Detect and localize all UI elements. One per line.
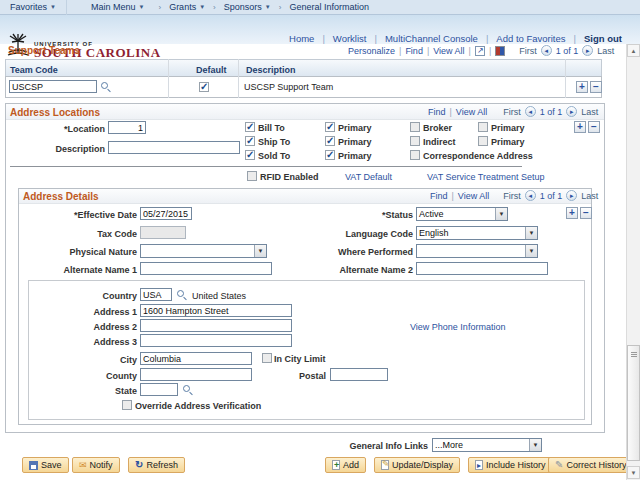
- add-address-row-button[interactable]: +: [566, 207, 578, 219]
- first-label[interactable]: First: [503, 191, 521, 201]
- first-label[interactable]: First: [519, 46, 537, 56]
- include-history-button[interactable]: Include History: [468, 457, 553, 473]
- state-lookup-icon[interactable]: [183, 385, 190, 392]
- next-row-icon[interactable]: [582, 45, 593, 56]
- home-link[interactable]: Home: [289, 33, 314, 44]
- vat-service-treatment-setup-link[interactable]: VAT Service Treatment Setup: [427, 172, 545, 182]
- delete-address-row-button[interactable]: −: [580, 207, 592, 219]
- ship-to-checkbox[interactable]: [245, 136, 255, 146]
- col-team-code: Team Code: [10, 65, 58, 75]
- previous-row-icon[interactable]: [525, 106, 536, 117]
- chevron-down-icon: ▼: [199, 4, 205, 10]
- alternate-name1-input[interactable]: [140, 262, 272, 275]
- address1-label: Address 1: [60, 307, 137, 317]
- last-label[interactable]: Last: [581, 191, 598, 201]
- worklist-link[interactable]: Worklist: [333, 33, 367, 44]
- language-code-select[interactable]: English: [416, 226, 538, 240]
- team-code-lookup-icon[interactable]: [101, 82, 108, 89]
- add-button[interactable]: Add: [325, 457, 366, 473]
- status-select[interactable]: Active: [416, 207, 508, 221]
- postal-input[interactable]: [330, 368, 388, 381]
- address3-label: Address 3: [60, 337, 137, 347]
- country-input[interactable]: [140, 288, 172, 301]
- find-link[interactable]: Find: [428, 107, 446, 117]
- correspondence-address-checkbox[interactable]: [410, 150, 420, 160]
- dropdown-arrow-icon: [529, 439, 541, 451]
- sign-out-link[interactable]: Sign out: [584, 33, 622, 44]
- indirect-primary-checkbox[interactable]: [478, 136, 488, 146]
- first-label[interactable]: First: [503, 107, 521, 117]
- find-link[interactable]: Find: [405, 46, 423, 56]
- broker-checkbox[interactable]: [410, 122, 420, 132]
- where-performed-select[interactable]: [416, 244, 538, 258]
- city-input[interactable]: [140, 352, 252, 365]
- correct-history-button[interactable]: ✎ Correct History: [548, 457, 633, 473]
- notify-button[interactable]: ✉ Notify: [72, 457, 120, 473]
- sold-to-checkbox[interactable]: [245, 150, 255, 160]
- scroll-up-icon[interactable]: ▲: [627, 44, 640, 57]
- general-info-links-select[interactable]: ...More: [432, 438, 542, 452]
- bill-primary-checkbox[interactable]: [325, 122, 335, 132]
- breadcrumb-sponsors[interactable]: Sponsors ▼: [220, 0, 275, 15]
- add-to-favorites-link[interactable]: Add to Favorites: [496, 33, 565, 44]
- rfid-enabled-checkbox[interactable]: [247, 171, 257, 181]
- view-all-link[interactable]: View All: [456, 107, 487, 117]
- scrollbar-thumb[interactable]: [627, 345, 640, 461]
- physical-nature-select[interactable]: [140, 244, 267, 258]
- section-divider: [10, 166, 522, 167]
- previous-row-icon[interactable]: [541, 45, 552, 56]
- breadcrumb-grants[interactable]: Grants ▼: [165, 0, 209, 15]
- support-teams-gridbar: Personalize | Find | View All | | First …: [348, 45, 614, 56]
- address3-input[interactable]: [140, 334, 292, 347]
- delete-row-button[interactable]: −: [590, 81, 602, 93]
- previous-row-icon[interactable]: [525, 190, 536, 201]
- main-menu[interactable]: Main Menu ▼: [81, 0, 154, 15]
- override-address-verification-checkbox[interactable]: [122, 400, 132, 410]
- refresh-button[interactable]: ↻ Refresh: [128, 457, 185, 473]
- delete-location-button[interactable]: −: [588, 121, 600, 133]
- view-phone-information-link[interactable]: View Phone Information: [410, 322, 505, 332]
- add-location-button[interactable]: +: [574, 121, 586, 133]
- scrollbar-grip: [631, 352, 637, 357]
- favorites-menu[interactable]: Favorites ▼: [0, 0, 67, 15]
- alternate-name2-input[interactable]: [416, 262, 548, 275]
- refresh-icon: ↻: [135, 460, 143, 470]
- download-grid-icon[interactable]: [495, 46, 505, 56]
- county-input[interactable]: [140, 368, 252, 381]
- last-label[interactable]: Last: [581, 107, 598, 117]
- broker-label: Broker: [423, 123, 452, 133]
- location-input[interactable]: [108, 121, 146, 134]
- in-city-limit-checkbox[interactable]: [262, 353, 272, 363]
- scroll-down-icon[interactable]: ▼: [627, 466, 640, 479]
- multichannel-console-link[interactable]: MultiChannel Console: [385, 33, 478, 44]
- address2-input[interactable]: [140, 319, 292, 332]
- personalize-link[interactable]: Personalize: [348, 46, 395, 56]
- ship-primary-checkbox[interactable]: [325, 136, 335, 146]
- state-label: State: [60, 386, 137, 396]
- add-row-button[interactable]: +: [576, 81, 588, 93]
- country-lookup-icon[interactable]: [177, 290, 184, 297]
- sold-primary-checkbox[interactable]: [325, 150, 335, 160]
- team-code-input[interactable]: [9, 80, 97, 93]
- state-input[interactable]: [140, 383, 178, 396]
- indirect-primary-label: Primary: [491, 137, 525, 147]
- save-button[interactable]: Save: [22, 457, 69, 473]
- support-teams-header-row: Team Code Default Description: [5, 59, 602, 77]
- default-checkbox[interactable]: [199, 82, 209, 92]
- indirect-checkbox[interactable]: [410, 136, 420, 146]
- view-all-link[interactable]: View All: [458, 191, 489, 201]
- broker-primary-checkbox[interactable]: [478, 122, 488, 132]
- last-label[interactable]: Last: [597, 46, 614, 56]
- language-code-label: Language Code: [330, 229, 413, 239]
- effective-date-input[interactable]: [140, 207, 192, 220]
- update-display-button[interactable]: Update/Display: [374, 457, 460, 473]
- view-all-link[interactable]: View All: [433, 46, 464, 56]
- next-row-icon[interactable]: [566, 106, 577, 117]
- find-link[interactable]: Find: [430, 191, 448, 201]
- zoom-grid-icon[interactable]: [475, 46, 485, 56]
- address1-input[interactable]: [140, 304, 292, 317]
- description-input[interactable]: [108, 141, 240, 154]
- vat-default-link[interactable]: VAT Default: [345, 172, 392, 182]
- next-row-icon[interactable]: [566, 190, 577, 201]
- bill-to-checkbox[interactable]: [245, 122, 255, 132]
